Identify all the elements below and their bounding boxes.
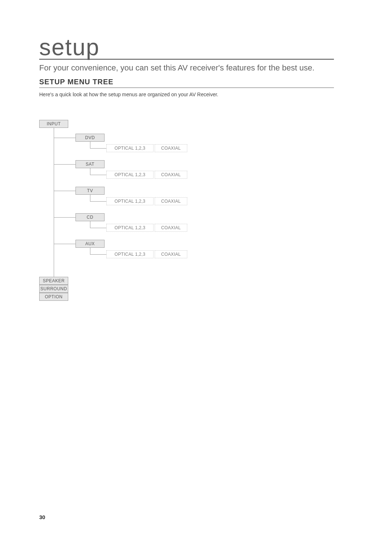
tree-connector	[54, 164, 75, 165]
tree-leaf-coaxial: COAXIAL	[155, 197, 187, 205]
tree-connector	[54, 191, 75, 191]
intro-text: For your convenience, you can set this A…	[39, 63, 334, 73]
tree-leaf-optical: OPTICAL 1,2,3	[106, 171, 154, 179]
tree-node-surround: SURROUND	[39, 285, 68, 293]
tree-leaf-optical: OPTICAL 1,2,3	[106, 197, 154, 205]
tree-node-sat: SAT	[75, 160, 105, 168]
manual-page: setup For your convenience, you can set …	[0, 0, 392, 542]
setup-menu-tree-diagram: INPUT DVD OPTICAL 1,2,3 COAXIAL SAT OPTI…	[39, 120, 195, 305]
tree-connector	[54, 138, 75, 138]
tree-connector	[90, 168, 90, 175]
tree-leaf-coaxial: COAXIAL	[155, 224, 187, 232]
page-title: setup	[39, 36, 334, 60]
tree-leaf-optical: OPTICAL 1,2,3	[106, 224, 154, 232]
tree-node-tv: TV	[75, 187, 105, 195]
tree-leaf-optical: OPTICAL 1,2,3	[106, 250, 154, 258]
tree-node-cd: CD	[75, 213, 105, 221]
tree-connector	[54, 244, 75, 244]
tree-connector	[90, 195, 90, 201]
tree-connector	[90, 201, 106, 202]
tree-leaf-coaxial: COAXIAL	[155, 144, 187, 152]
section-heading: SETUP MENU TREE	[39, 78, 334, 88]
tree-node-option: OPTION	[39, 293, 68, 301]
page-number: 30	[39, 514, 45, 520]
tree-connector	[90, 148, 106, 149]
tree-connector	[90, 248, 90, 254]
tree-connector	[90, 228, 106, 228]
tree-node-speaker: SPEAKER	[39, 277, 68, 285]
tree-leaf-optical: OPTICAL 1,2,3	[106, 144, 154, 152]
tree-connector	[54, 128, 54, 277]
tree-node-aux: AUX	[75, 240, 105, 248]
tree-connector	[90, 175, 106, 175]
tree-connector	[90, 142, 90, 148]
tree-leaf-coaxial: COAXIAL	[155, 250, 187, 258]
tree-leaf-coaxial: COAXIAL	[155, 171, 187, 179]
tree-node-dvd: DVD	[75, 134, 105, 142]
tree-connector	[54, 217, 75, 218]
tree-connector	[90, 221, 90, 228]
tree-node-input: INPUT	[39, 120, 68, 128]
tree-connector	[90, 254, 106, 255]
section-subtext: Here's a quick look at how the setup men…	[39, 92, 334, 97]
